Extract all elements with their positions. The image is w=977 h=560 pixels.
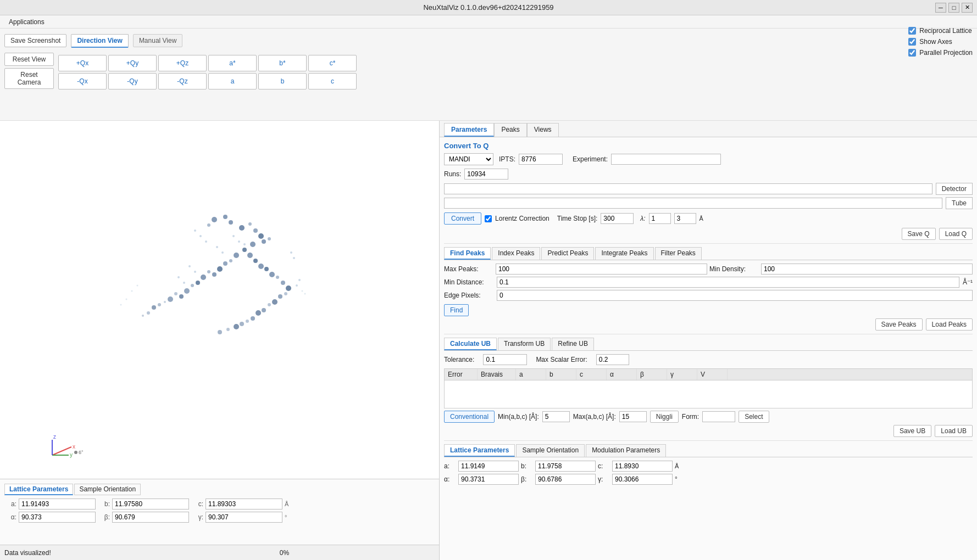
manual-view-tab[interactable]: Manual View <box>133 34 182 47</box>
timestop-input[interactable] <box>601 213 634 224</box>
min-abc-input[interactable] <box>542 411 570 422</box>
min-distance-input[interactable] <box>497 277 959 288</box>
load-q-button[interactable]: Load Q <box>939 228 973 240</box>
max-peaks-input[interactable] <box>496 264 707 275</box>
min-density-input[interactable] <box>761 264 973 275</box>
refine-ub-subtab[interactable]: Refine UB <box>552 338 594 350</box>
gamma-input[interactable] <box>206 512 282 523</box>
find-peaks-subtab[interactable]: Find Peaks <box>444 247 491 260</box>
dir-btn-c[interactable]: c <box>308 73 357 89</box>
load-peaks-button[interactable]: Load Peaks <box>926 318 973 331</box>
b-input[interactable] <box>112 499 189 509</box>
parameters-tab[interactable]: Parameters <box>444 123 494 137</box>
beta-input[interactable] <box>112 512 189 523</box>
rp-c-input[interactable] <box>612 461 673 472</box>
svg-point-21 <box>184 288 190 294</box>
sample-orientation-tab[interactable]: Sample Orientation <box>74 484 141 495</box>
rp-a-input[interactable] <box>458 461 519 472</box>
tolerance-input[interactable] <box>483 354 527 365</box>
save-screenshot-button[interactable]: Save Screenshot <box>4 34 66 47</box>
filter-peaks-subtab[interactable]: Filter Peaks <box>655 247 702 260</box>
convert-button[interactable]: Convert <box>444 212 481 225</box>
alpha-input[interactable] <box>19 512 96 523</box>
close-button[interactable]: ✕ <box>962 3 973 13</box>
rp-gamma-input[interactable] <box>612 474 673 485</box>
max-abc-input[interactable] <box>619 411 647 422</box>
save-ub-button[interactable]: Save UB <box>893 425 931 437</box>
integrate-peaks-subtab[interactable]: Integrate Peaks <box>595 247 653 260</box>
svg-point-38 <box>284 292 287 295</box>
lattice-params-tab[interactable]: Lattice Parameters <box>4 484 73 495</box>
toolbar: Save Screenshot Direction View Manual Vi… <box>0 29 977 121</box>
runs-input[interactable] <box>464 169 508 180</box>
index-peaks-subtab[interactable]: Index Peaks <box>492 247 540 260</box>
max-scalar-error-input[interactable] <box>596 354 629 365</box>
menu-applications[interactable]: Applications <box>4 17 49 27</box>
svg-point-27 <box>152 305 156 310</box>
conventional-button[interactable]: Conventional <box>444 411 495 423</box>
lattice-params-right-section: Lattice Parameters Sample Orientation Mo… <box>444 444 973 485</box>
a-input[interactable] <box>19 499 96 509</box>
calculate-ub-subtab[interactable]: Calculate UB <box>444 338 497 350</box>
edge-pixels-input[interactable] <box>497 290 973 301</box>
instrument-select[interactable]: MANDI <box>444 153 493 165</box>
minimize-button[interactable]: ─ <box>935 3 946 13</box>
detector-filter-input[interactable] <box>444 183 932 194</box>
dir-btn-nqz[interactable]: -Qz <box>158 73 207 89</box>
dir-btn-bstar[interactable]: b* <box>258 55 307 71</box>
visualization-area[interactable]: x y z 6° <box>0 121 439 479</box>
c-input[interactable] <box>206 499 282 509</box>
svg-point-58 <box>183 282 185 284</box>
ipts-input[interactable] <box>519 154 563 165</box>
tube-button[interactable]: Tube <box>946 197 973 209</box>
min-distance-row: Min Distance: Å⁻¹ <box>444 277 973 288</box>
svg-point-6 <box>253 228 258 233</box>
find-button[interactable]: Find <box>444 304 469 316</box>
dir-btn-astar[interactable]: a* <box>208 55 257 71</box>
dir-btn-nqx[interactable]: -Qx <box>58 73 107 89</box>
rp-b-input[interactable] <box>535 461 596 472</box>
reset-view-button[interactable]: Reset View <box>4 53 54 66</box>
load-ub-button[interactable]: Load UB <box>935 425 973 437</box>
col-beta: β <box>637 369 667 380</box>
save-q-button[interactable]: Save Q <box>902 228 936 240</box>
modulation-params-subtab[interactable]: Modulation Parameters <box>586 444 666 457</box>
sample-orientation-subtab[interactable]: Sample Orientation <box>516 444 585 457</box>
tube-filter-input[interactable] <box>444 198 942 209</box>
form-input[interactable] <box>702 411 735 422</box>
dir-btn-a[interactable]: a <box>208 73 257 89</box>
rp-alpha-input[interactable] <box>458 474 519 485</box>
reciprocal-lattice-checkbox[interactable] <box>908 27 916 35</box>
niggli-button[interactable]: Niggli <box>650 411 679 423</box>
svg-point-51 <box>199 235 202 237</box>
save-peaks-button[interactable]: Save Peaks <box>875 318 923 331</box>
maximize-button[interactable]: □ <box>948 3 959 13</box>
rp-alpha-label: α: <box>444 475 456 483</box>
dir-btn-b[interactable]: b <box>258 73 307 89</box>
dir-btn-pqy[interactable]: +Qy <box>108 55 157 71</box>
dir-btn-cstar[interactable]: c* <box>308 55 357 71</box>
dir-btn-nqy[interactable]: -Qy <box>108 73 157 89</box>
reset-camera-button[interactable]: Reset Camera <box>4 68 54 89</box>
direction-view-tab[interactable]: Direction View <box>71 34 128 48</box>
lorentz-checkbox[interactable] <box>485 215 492 222</box>
show-axes-checkbox[interactable] <box>908 38 916 46</box>
lambda-max-input[interactable] <box>674 213 696 224</box>
svg-point-11 <box>242 248 247 252</box>
transform-ub-subtab[interactable]: Transform UB <box>498 338 551 350</box>
table-body[interactable] <box>445 380 972 408</box>
svg-point-24 <box>168 296 173 302</box>
dir-btn-pqz[interactable]: +Qz <box>158 55 207 71</box>
predict-peaks-subtab[interactable]: Predict Peaks <box>541 247 594 260</box>
select-button[interactable]: Select <box>739 411 769 423</box>
lambda-min-input[interactable] <box>649 213 671 224</box>
views-tab[interactable]: Views <box>527 123 559 137</box>
experiment-input[interactable] <box>611 154 721 165</box>
b-label: b: <box>98 500 110 508</box>
peaks-tab[interactable]: Peaks <box>494 123 526 137</box>
detector-button[interactable]: Detector <box>936 183 973 195</box>
convert-to-q-title[interactable]: Convert To Q <box>444 142 973 150</box>
rp-beta-input[interactable] <box>535 474 596 485</box>
dir-btn-pqx[interactable]: +Qx <box>58 55 107 71</box>
lattice-params-subtab[interactable]: Lattice Parameters <box>444 444 515 457</box>
